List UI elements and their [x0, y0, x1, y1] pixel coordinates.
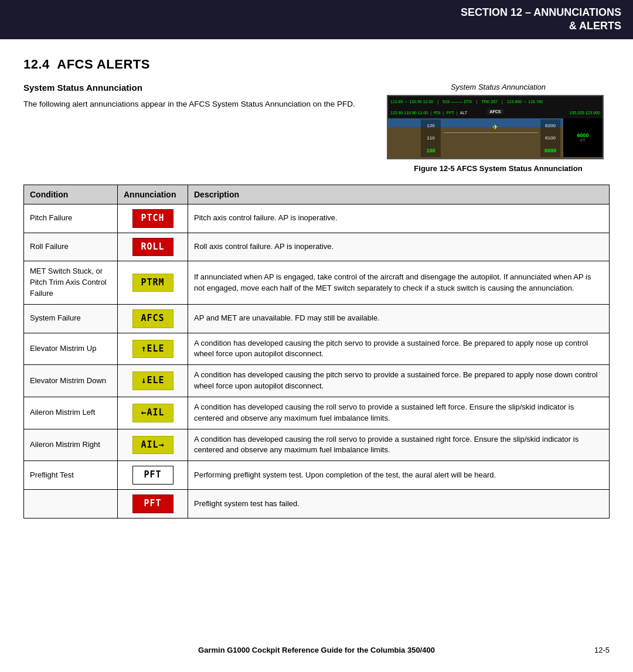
cell-description: If annunciated when AP is engaged, take …	[188, 261, 610, 305]
footer-text: Garmin G1000 Cockpit Reference Guide for…	[198, 646, 435, 654]
cell-description: A condition has developed causing the pi…	[188, 333, 610, 365]
pfd-alt-tape: 6200 6100 6000	[540, 120, 560, 157]
table-row: System FailureAFCSAP and MET are unavail…	[24, 304, 610, 333]
cell-condition: Elevator Mistrim Up	[24, 333, 118, 365]
pfd-sep3: |	[502, 100, 503, 104]
footer: Garmin G1000 Cockpit Reference Guide for…	[0, 646, 633, 654]
pfd-sep1: |	[437, 100, 438, 104]
cell-description: Preflight system test has failed.	[188, 490, 610, 519]
pfd-top-bar: 112.80 ↔ 110.90 12:00 | 919 ——— DTK | TR…	[388, 96, 603, 108]
cell-condition: System Failure	[24, 304, 118, 333]
section-header: SECTION 12 – ANNUNCIATIONS & ALERTS	[0, 0, 633, 39]
cell-annunciation: AIL→	[118, 429, 188, 461]
figure-caption-top: System Status Annunciation	[387, 83, 610, 91]
cell-annunciation: ↑ELE	[118, 333, 188, 365]
cell-condition: Preflight Test	[24, 461, 118, 490]
alt-6100: 6100	[545, 135, 556, 141]
th-description: Description	[188, 185, 610, 204]
pfd-sep4: |	[430, 111, 431, 115]
annunciation-badge: ←AIL	[132, 404, 173, 422]
cell-description: A condition has developed causing the ro…	[188, 429, 610, 461]
pfd-pft: PFT	[447, 111, 454, 115]
cell-annunciation: PFT	[118, 490, 188, 519]
th-condition: Condition	[24, 185, 118, 204]
pfd-alt-readout: 6000 FT	[563, 118, 603, 157]
cell-annunciation: ←AIL	[118, 397, 188, 429]
header-line2: & ALERTS	[569, 20, 621, 32]
th-annunciation: Annunciation	[118, 185, 188, 204]
table-row: Aileron Mistrim Left←AILA condition has …	[24, 397, 610, 429]
annunciation-badge: AFCS	[132, 309, 173, 328]
cell-condition: Aileron Mistrim Right	[24, 429, 118, 461]
alt-6200: 6200	[545, 123, 556, 128]
pfd-display: 112.80 ↔ 110.90 12:00 | 919 ——— DTK | TR…	[387, 95, 604, 159]
cell-annunciation: AFCS	[118, 304, 188, 333]
footer-page: 12-5	[594, 646, 610, 654]
cell-condition: MET Switch Stuck, or Pitch Trim Axis Con…	[24, 261, 118, 305]
pfd-inner: 112.80 ↔ 110.90 12:00 | 919 ——— DTK | TR…	[388, 96, 603, 158]
table-row: Pitch FailurePTCHPitch axis control fail…	[24, 204, 610, 233]
cell-annunciation: PFT	[118, 461, 188, 490]
cell-description: Roll axis control failure. AP is inopera…	[188, 233, 610, 261]
annunciation-badge: AIL→	[132, 436, 173, 455]
table-row: Preflight TestPFTPerforming preflight sy…	[24, 461, 610, 490]
annunciation-badge: PFT	[132, 466, 173, 485]
pfd-alt-value: 135.325 123.900	[569, 111, 600, 115]
intro-col: System Status Annunciation The following…	[23, 83, 369, 110]
table-row: MET Switch Stuck, or Pitch Trim Axis Con…	[24, 261, 610, 305]
main-content: 12.4 AFCS ALERTS System Status Annunciat…	[0, 39, 633, 548]
figure-caption-bottom: Figure 12-5 AFCS System Status Annunciat…	[387, 164, 610, 173]
cell-condition: Roll Failure	[24, 233, 118, 261]
pfd-trk: TRK 357	[481, 100, 498, 104]
annunciation-badge: ↓ELE	[132, 371, 173, 390]
pfd-alt-top: 123.800 ↔ 118.780	[507, 100, 543, 104]
spd-100: 100	[426, 148, 435, 153]
pfd-alt-label: ALT	[460, 111, 467, 115]
pfd-aircraft-symbol: ✈	[492, 123, 498, 131]
cell-description: A condition has developed causing the ro…	[188, 397, 610, 429]
table-row: Elevator Mistrim Down↓ELEA condition has…	[24, 365, 610, 397]
cell-annunciation: ↓ELE	[118, 365, 188, 397]
table-header-row: Condition Annunciation Description	[24, 185, 610, 204]
pfd-sep5: |	[443, 111, 444, 115]
cell-condition: Elevator Mistrim Down	[24, 365, 118, 397]
annunciation-badge: PFT	[132, 494, 173, 513]
table-row: PFTPreflight system test has failed.	[24, 490, 610, 519]
cell-annunciation: PTCH	[118, 204, 188, 233]
pfd-alt-unit: FT	[580, 138, 586, 142]
annunciation-badge: PTCH	[132, 209, 173, 228]
intro-text: The following alert annunciations appear…	[23, 98, 369, 110]
cell-annunciation: PTRM	[118, 261, 188, 305]
pfd-sep6: |	[457, 111, 458, 115]
cell-description: Pitch axis control failure. AP is inoper…	[188, 204, 610, 233]
annunciation-badge: ↑ELE	[132, 340, 173, 359]
section-title: 12.4 AFCS ALERTS	[23, 57, 610, 72]
subsection-title: System Status Annunciation	[23, 83, 369, 93]
cell-condition	[24, 490, 118, 519]
alt-6000: 6000	[544, 148, 556, 153]
table-row: Roll FailureROLLRoll axis control failur…	[24, 233, 610, 261]
pfd-speed-tape: 120 110 100	[421, 120, 441, 157]
pfd-alt-num: 6000	[577, 132, 588, 138]
header-line1: SECTION 12 – ANNUNCIATIONS	[461, 6, 621, 18]
cell-condition: Aileron Mistrim Left	[24, 397, 118, 429]
table-row: Aileron Mistrim RightAIL→A condition has…	[24, 429, 610, 461]
annunciation-badge: PTRM	[132, 274, 173, 292]
cell-description: A condition has developed causing the pi…	[188, 365, 610, 397]
alerts-table: Condition Annunciation Description Pitch…	[23, 185, 610, 519]
cell-condition: Pitch Failure	[24, 204, 118, 233]
pfd-freq3: 115.90 110.90 11:00	[390, 111, 428, 115]
annunciation-badge: ROLL	[132, 238, 173, 257]
cell-description: Performing preflight system test. Upon c…	[188, 461, 610, 490]
intro-figure-row: System Status Annunciation The following…	[23, 83, 610, 173]
pfd-sep2: |	[477, 100, 478, 104]
pfd-horizon-line	[444, 132, 538, 133]
cell-annunciation: ROLL	[118, 233, 188, 261]
table-row: Elevator Mistrim Up↑ELEA condition has d…	[24, 333, 610, 365]
figure-col: System Status Annunciation 112.80 ↔ 110.…	[387, 83, 610, 173]
pfd-freq1: 112.80 ↔ 110.90 12:00	[390, 100, 433, 104]
spd-110: 110	[427, 135, 434, 141]
spd-120: 120	[427, 123, 434, 128]
pfd-freq2: 919 ——— DTK	[443, 100, 472, 104]
pfd-afcs-badge: AFCS	[487, 109, 503, 114]
